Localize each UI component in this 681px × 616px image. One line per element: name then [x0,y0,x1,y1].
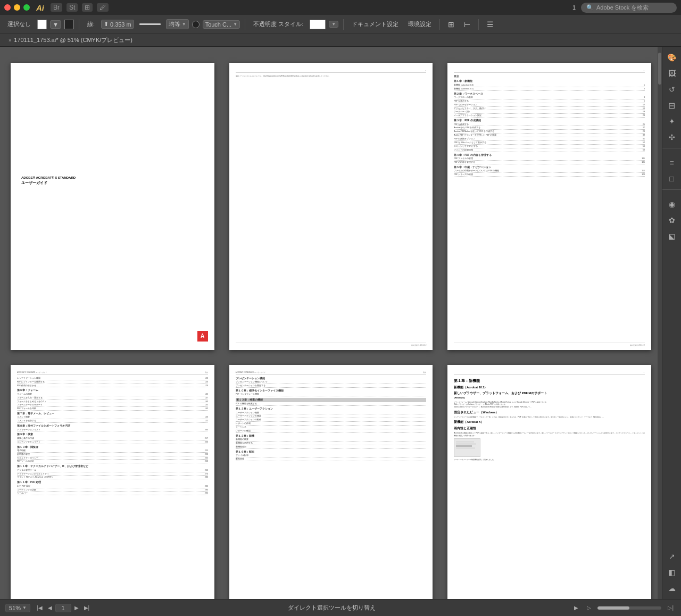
layers-panel-icon[interactable]: ◧ [665,565,679,580]
section3-body: インデックスベースの注釈機能で、テキストの一覧、まとめ、検索を見やすくするため、… [454,416,645,419]
page-thumb-1[interactable]: ADOBE® ACROBAT® X STANDARD ユーザーガイド A [11,63,214,350]
search-bar[interactable]: 🔍 Adobe Stock を検索 [581,3,677,13]
toc-p5-ch2: 第１０章：標準化インターファイス機能 [236,389,427,393]
circle-panel-icon[interactable]: ◉ [665,197,679,212]
toc-entry: プリント PDF から New York（利用可）280 [17,476,208,479]
rect-panel-icon[interactable]: □ [665,171,679,186]
star-panel-icon[interactable]: ✣ [665,130,679,145]
toc-entry: PDF シリーズの確認120 [454,173,645,177]
toc-entry: レシアリゼーション確認123 [17,377,208,380]
stock-icon[interactable]: St [67,3,78,12]
intro-text: 最新バージョンのヘルプ については、http://helpx.adobe.com… [236,75,427,77]
settings-panel-icon[interactable]: ✿ [665,213,679,228]
toc-p5-ch3: 第１３章：検索の機能 [236,398,427,402]
env-settings-button[interactable]: 環境設定 [405,19,435,29]
toc-entry: PDF フォームを印刷145 [17,407,208,411]
toc-p5-ch4: 第１３章：ユーザーアクション [236,407,427,411]
arrange-icon[interactable]: ⊞ [445,19,458,30]
grid-icon[interactable]: ⊞ [82,3,93,12]
toc-ch8-title: 第８章：添付ファイルとポートフォリオ PDF [17,424,208,428]
page-number-field[interactable]: 1 [55,604,71,612]
minimize-button[interactable] [14,4,20,11]
toc-entry: ユーザーアクション概要 [236,412,427,415]
fill-dropdown[interactable]: ▼ [50,20,61,29]
page-thumb-6[interactable]: ┐ 第１章：新機能 新機能（Acrobat 10.1） 新しいブラウザー、プラッ… [447,365,651,599]
canvas-area[interactable]: ADOBE® ACROBAT® X STANDARD ユーザーガイド A ┐ 最… [0,47,662,599]
section2-title: 新しいブラウザー、プラットフォーム、および PDF/Mのサポート(Windows… [454,392,645,399]
toc-entry: 電子印鑑225 [17,449,208,453]
scroll-thumb[interactable] [658,53,661,85]
chevron-down-icon-2: ▼ [233,22,237,27]
toolbar-sep-5 [478,19,479,30]
page-thumb-4[interactable]: ACROBAT X STANDARD ユーザーガイド目次 レシアリゼーション確認… [11,365,214,599]
arrow-right-button[interactable]: ▷ [585,604,593,611]
zoom-control[interactable]: 51% ▼ [5,604,30,612]
stroke-value[interactable]: ⬆ 0.353 m [101,20,134,29]
scroll-track[interactable] [658,47,662,599]
bridge-icon[interactable]: Br [51,3,62,12]
toc-ch4-title: 第４章：PDF の内容を管理する [454,154,645,157]
toc-p5-ch1: プレゼンテーション機能 [236,377,427,380]
next-page-button[interactable]: ▶ [72,604,81,611]
last-page-button[interactable]: ▶| [82,604,92,611]
page-header-4: ACROBAT X STANDARD ユーザーガイド目次 [17,371,208,375]
cover-title-main: ADOBE® ACROBAT® X STANDARD [21,176,208,180]
opacity-label: 不透明度 スタイル: [250,19,306,29]
toc-entry: PDF ファイルの管理101 [454,157,645,161]
line-style-dropdown[interactable]: 均等 ▼ [166,19,189,29]
close-button[interactable] [4,4,11,11]
toc-entry: PDF を作成する25 [454,123,645,127]
toc-entry: ファイル配布 [236,454,427,457]
maximize-button[interactable] [23,4,30,11]
page-thumb-5[interactable]: ACROBAT X STANDARD ユーザーガイド目次 プレゼンテーション機能… [229,365,433,599]
touch-dropdown[interactable]: Touch C... ▼ [203,20,240,29]
status-bar: 51% ▼ |◀ ◀ 1 ▶ ▶| ダイレクト選択ツールを切り替え ▶ ▷ ▷| [0,599,681,616]
toc-entry: コーディングの詳細290 [17,489,208,492]
align-panel-icon[interactable]: ⊟ [665,98,679,113]
play-button[interactable]: ▶ [572,604,580,611]
first-page-button[interactable]: |◀ [35,604,45,611]
toc-entry: Acrobat PDFMaker を使って PDF を作成する29 [454,130,645,134]
page-header-5: ACROBAT X STANDARD ユーザーガイド目次 [236,371,427,375]
sidebar-divider-2 [662,189,681,194]
toolbar: 選択なし ▼ 線: ⬆ 0.353 m 均等 ▼ Touch C... ▼ 不透… [0,15,681,34]
cloud-panel-icon[interactable]: ☁ [665,581,679,596]
toc-entry: コンテンツセキュリティ220 [17,441,208,444]
page-thumb-2[interactable]: ┐ 最新バージョンのヘルプ については、http://helpx.adobe.c… [229,63,433,350]
right-sidebar: 🎨 🖼 ↺ ⊟ ✦ ✣ ≡ □ ◉ ✿ ⬕ ↗ ◧ ☁ [662,47,681,599]
search-placeholder: Adobe Stock を検索 [596,4,649,12]
stroke-label: 線: [84,19,98,29]
toc-entry: セキュリティポリシー235 [17,457,208,460]
title-bar: Ai Br St ⊞ 🖊 1 🔍 Adobe Stock を検索 [0,0,681,15]
toc-entry: 検索と条件の作成217 [17,437,208,440]
menu-panel-icon[interactable]: ≡ [665,155,679,170]
toc-entry: ユーザーアクションの動作 [236,419,427,422]
page-thumb-3[interactable]: ┐ 目次 第１章：新機能 新機能（Acrobat 10.0）1 新機能（Acro… [447,63,651,350]
chapter-title: 第１章：新機能 [454,378,645,384]
progress-bar [597,606,661,610]
tab-close-icon[interactable]: × [9,38,11,43]
image-panel-icon[interactable]: 🖼 [665,66,679,81]
color-panel-icon[interactable]: 🎨 [665,50,679,65]
toc-ch1-title: 第１章：新機能 [454,80,645,83]
corner-mark-6: ┐ [644,371,645,373]
document-tab[interactable]: × 170111_1753.ai* @ 51% (CMYK/プレビュー) [4,35,137,45]
transform-panel-icon[interactable]: ↺ [665,82,679,97]
end-button[interactable]: ▷| [666,604,676,611]
symbol-panel-icon[interactable]: ✦ [665,114,679,129]
prev-page-button[interactable]: ◀ [46,604,54,611]
toc-entry: 配布管理 [236,458,427,461]
fill-swatch[interactable] [37,20,47,29]
style-dropdown[interactable]: ▼ [329,21,338,28]
page-header-3: ┐ [454,69,645,73]
align-icon[interactable]: ⊢ [461,19,474,30]
toc-entry: フォームをまとめる（その２）140 [17,401,208,404]
stroke-swatch[interactable] [64,20,74,29]
main-area: ADOBE® ACROBAT® X STANDARD ユーザーガイド A ┐ 最… [0,47,681,599]
share-panel-icon[interactable]: ↗ [665,549,679,564]
style-swatch[interactable] [310,20,326,29]
doc-settings-button[interactable]: ドキュメント設定 [348,19,402,29]
pen-icon[interactable]: 🖊 [97,3,109,12]
export-panel-icon[interactable]: ⬕ [665,229,679,244]
more-icon[interactable]: ☰ [484,19,497,30]
